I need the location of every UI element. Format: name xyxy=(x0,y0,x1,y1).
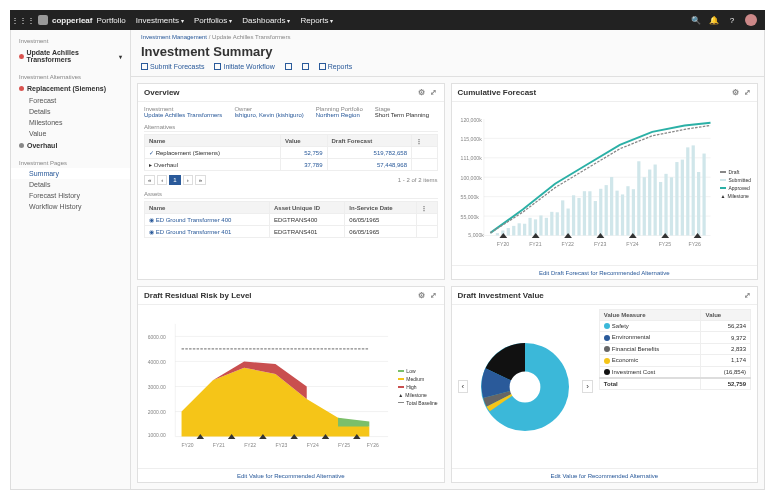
table-row[interactable]: Safety56,234 xyxy=(599,321,750,332)
expand-icon[interactable]: ⤢ xyxy=(430,292,438,300)
sidebar-page-forecast-history[interactable]: Forecast History xyxy=(11,190,130,201)
initiate-workflow-link[interactable]: Initiate Workflow xyxy=(214,63,274,70)
topnav-portfolios[interactable]: Portfolios▾ xyxy=(194,16,232,25)
card-title: Draft Residual Risk by Level xyxy=(144,291,252,300)
report-icon xyxy=(319,63,326,70)
table-row[interactable]: Economic1,174 xyxy=(599,355,750,366)
search-icon[interactable]: 🔍 xyxy=(691,15,701,25)
topnav-investments[interactable]: Investments▾ xyxy=(136,16,184,25)
gear-icon[interactable]: ⚙ xyxy=(418,292,426,300)
svg-rect-45 xyxy=(658,182,661,236)
apps-icon[interactable]: ⋮⋮⋮ xyxy=(18,15,28,25)
sidebar-alt-overhaul[interactable]: Overhaul xyxy=(11,139,130,152)
pie-next[interactable]: › xyxy=(582,380,593,393)
table-row[interactable]: Environmental9,372 xyxy=(599,332,750,343)
svg-rect-49 xyxy=(680,160,683,236)
card-overview: Overview ⚙⤢ InvestmentUpdate Achilles Tr… xyxy=(137,83,445,280)
help-icon[interactable]: ? xyxy=(727,15,737,25)
overview-investment-link[interactable]: Update Achilles Transformers xyxy=(144,112,222,118)
svg-rect-35 xyxy=(604,185,607,235)
sidebar-page-workflow-history[interactable]: Workflow History xyxy=(11,201,130,212)
chevron-down-icon: ▾ xyxy=(119,53,122,60)
pager-next[interactable]: › xyxy=(183,175,193,185)
card-cumulative-forecast: Cumulative Forecast ⚙⤢ 120,000k115,000k1… xyxy=(451,83,759,280)
svg-text:55,000k: 55,000k xyxy=(460,194,479,200)
reports-link[interactable]: Reports xyxy=(319,63,353,70)
expand-icon[interactable]: ⤢ xyxy=(743,89,751,97)
svg-rect-40 xyxy=(631,189,634,235)
avatar[interactable] xyxy=(745,14,757,26)
sidebar-alt-details[interactable]: Details xyxy=(11,106,130,117)
svg-rect-33 xyxy=(593,201,596,235)
overview-portfolio-link[interactable]: Northern Region xyxy=(316,112,363,118)
sidebar-alt-replacement[interactable]: Replacement (Siemens) xyxy=(11,82,130,95)
svg-text:FY25: FY25 xyxy=(338,442,350,448)
bell-icon[interactable]: 🔔 xyxy=(709,15,719,25)
card-draft-investment-value: Draft Investment Value ⤢ ‹ xyxy=(451,286,759,483)
edit-value-link[interactable]: Edit Value for Recommended Alternative xyxy=(550,473,658,479)
sidebar-label-pages: Investment Pages xyxy=(11,158,130,168)
pager-first[interactable]: « xyxy=(144,175,155,185)
svg-text:115,000k: 115,000k xyxy=(460,136,482,142)
table-row[interactable]: Financial Benefits2,833 xyxy=(599,343,750,354)
pie-prev[interactable]: ‹ xyxy=(458,380,469,393)
sidebar-current-investment[interactable]: Update Achilles Transformers▾ xyxy=(11,46,130,66)
svg-rect-30 xyxy=(577,198,580,236)
cumulative-chart: 120,000k115,000k111,000k100,000k55,000k5… xyxy=(458,106,717,261)
svg-rect-42 xyxy=(642,177,645,235)
edit-value-link[interactable]: Edit Value for Recommended Alternative xyxy=(237,473,345,479)
sidebar-page-summary[interactable]: Summary xyxy=(11,168,130,179)
card-title: Draft Investment Value xyxy=(458,291,544,300)
svg-rect-32 xyxy=(588,191,591,235)
topnav-dashboards[interactable]: Dashboards▾ xyxy=(242,16,290,25)
card-grid: Overview ⚙⤢ InvestmentUpdate Achilles Tr… xyxy=(131,77,764,489)
col-menu[interactable]: ⋮ xyxy=(416,202,437,214)
table-row[interactable]: ✓ Replacement (Siemens)52,759519,782,658 xyxy=(145,147,438,159)
svg-text:FY23: FY23 xyxy=(275,442,287,448)
table-row[interactable]: Investment Cost(16,854) xyxy=(599,366,750,378)
shell: Investment Update Achilles Transformers▾… xyxy=(10,30,765,490)
upload-icon xyxy=(141,63,148,70)
overview-owner-link[interactable]: Ishiguro, Kevin (kishiguro) xyxy=(234,112,303,118)
sidebar-alt-forecast[interactable]: Forecast xyxy=(11,95,130,106)
attach-icon xyxy=(302,63,309,70)
sidebar-alt-value[interactable]: Value xyxy=(11,128,130,139)
svg-rect-34 xyxy=(599,189,602,236)
table-row[interactable]: ◉ ED Ground Transformer 401EDGTRANS40106… xyxy=(145,226,438,238)
card-title: Overview xyxy=(144,88,180,97)
expand-icon[interactable]: ⤢ xyxy=(743,292,751,300)
brand-name: copperleaf xyxy=(52,16,92,25)
sidebar-page-details[interactable]: Details xyxy=(11,179,130,190)
table-row[interactable]: ◉ ED Ground Transformer 400EDGTRANS40006… xyxy=(145,214,438,226)
edit-link[interactable] xyxy=(285,63,292,70)
submit-forecasts-link[interactable]: Submit Forecasts xyxy=(141,63,204,70)
svg-text:4000.00: 4000.00 xyxy=(148,359,166,365)
pager-last[interactable]: » xyxy=(195,175,206,185)
gear-icon[interactable]: ⚙ xyxy=(731,89,739,97)
svg-text:FY26: FY26 xyxy=(367,442,379,448)
svg-text:111,000k: 111,000k xyxy=(460,155,482,161)
overview-stage: Short Term Planning xyxy=(375,112,429,118)
svg-text:FY24: FY24 xyxy=(307,442,319,448)
chevron-down-icon: ▾ xyxy=(287,17,290,24)
svg-text:FY22: FY22 xyxy=(244,442,256,448)
chevron-down-icon: ▾ xyxy=(229,17,232,24)
sidebar-alt-milestones[interactable]: Milestones xyxy=(11,117,130,128)
pager-info: 1 - 2 of 2 items xyxy=(398,177,438,183)
attach-link[interactable] xyxy=(302,63,309,70)
svg-rect-22 xyxy=(533,219,536,235)
edit-draft-forecast-link[interactable]: Edit Draft Forecast for Recommended Alte… xyxy=(539,270,670,276)
sidebar: Investment Update Achilles Transformers▾… xyxy=(11,30,131,489)
pager-page-1[interactable]: 1 xyxy=(169,175,180,185)
pager-prev[interactable]: ‹ xyxy=(157,175,167,185)
status-dot-icon xyxy=(19,86,24,91)
topnav-reports[interactable]: Reports▾ xyxy=(300,16,333,25)
svg-text:FY22: FY22 xyxy=(561,241,573,247)
col-menu[interactable]: ⋮ xyxy=(411,135,437,147)
svg-rect-53 xyxy=(702,154,705,236)
breadcrumb-leaf: Update Achilles Transformers xyxy=(212,34,290,40)
table-row[interactable]: ▸ Overhaul37,78957,448,968 xyxy=(145,159,438,171)
expand-icon[interactable]: ⤢ xyxy=(430,89,438,97)
breadcrumb-root[interactable]: Investment Management xyxy=(141,34,207,40)
gear-icon[interactable]: ⚙ xyxy=(418,89,426,97)
